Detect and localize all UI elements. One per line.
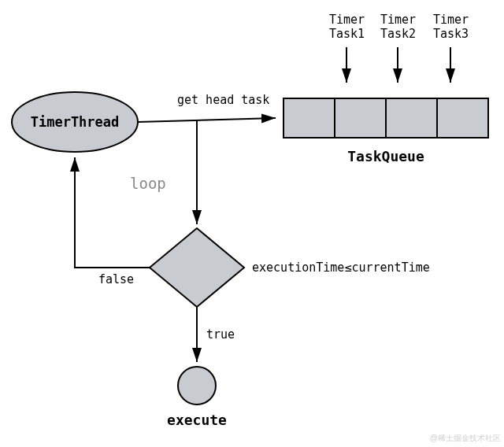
timer-task-3-l2: Task3 bbox=[433, 27, 469, 41]
loop-label: loop bbox=[130, 175, 166, 192]
timer-thread-label: TimerThread bbox=[31, 114, 120, 130]
task-queue-label: TaskQueue bbox=[347, 148, 424, 164]
timer-task-1: Timer Task1 bbox=[329, 13, 365, 83]
get-head-task-label: get head task bbox=[177, 93, 269, 107]
execute-node: execute bbox=[167, 367, 227, 428]
svg-marker-6 bbox=[150, 228, 244, 307]
execute-label: execute bbox=[167, 412, 227, 428]
watermark: @稀土掘金技术社区 bbox=[430, 433, 501, 444]
true-label: true bbox=[206, 327, 235, 342]
timer-task-3: Timer Task3 bbox=[433, 13, 469, 83]
timer-task-2: Timer Task2 bbox=[380, 13, 416, 83]
timer-thread: TimerThread bbox=[12, 92, 138, 152]
edge-true: true bbox=[197, 307, 235, 362]
svg-point-8 bbox=[178, 367, 216, 405]
timer-task-3-l1: Timer bbox=[433, 13, 469, 27]
timer-task-2-l1: Timer bbox=[380, 13, 416, 27]
edge-get-head-task: get head task bbox=[138, 93, 276, 122]
timer-task-1-l2: Task1 bbox=[329, 27, 365, 41]
svg-line-5 bbox=[138, 118, 276, 122]
false-label: false bbox=[98, 272, 134, 286]
task-queue: TaskQueue bbox=[284, 98, 488, 164]
timer-task-1-l1: Timer bbox=[329, 13, 365, 27]
decision-diamond: executionTime≤currentTime bbox=[150, 228, 430, 307]
timer-task-2-l2: Task2 bbox=[380, 27, 416, 41]
condition-label: executionTime≤currentTime bbox=[252, 260, 430, 275]
